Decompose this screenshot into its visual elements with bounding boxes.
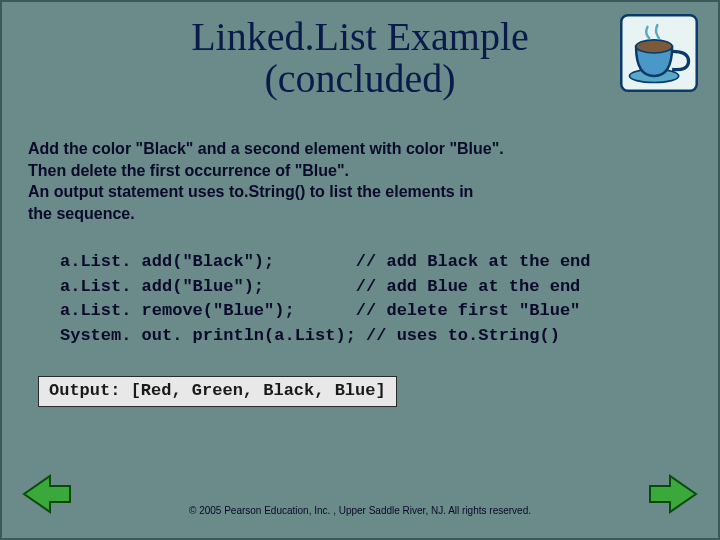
slide-title: Linked.List Example (concluded)	[2, 16, 718, 100]
code-line-4: System. out. println(a.List); // uses to…	[60, 326, 560, 345]
desc-line-2: Then delete the first occurrence of "Blu…	[28, 162, 349, 179]
output-value: [Red, Green, Black, Blue]	[131, 381, 386, 400]
code-block: a.List. add("Black"); // add Black at th…	[60, 250, 591, 349]
svg-point-2	[636, 40, 672, 53]
desc-line-1: Add the color "Black" and a second eleme…	[28, 140, 504, 157]
coffee-cup-icon	[618, 12, 700, 94]
desc-line-4: the sequence.	[28, 205, 135, 222]
copyright-text: © 2005 Pearson Education, Inc. , Upper S…	[2, 505, 718, 516]
desc-line-3: An output statement uses to.String() to …	[28, 183, 473, 200]
code-line-3: a.List. remove("Blue"); // delete first …	[60, 301, 580, 320]
code-line-1: a.List. add("Black"); // add Black at th…	[60, 252, 591, 271]
title-line-2: (concluded)	[264, 56, 455, 101]
title-line-1: Linked.List Example	[191, 14, 529, 59]
description-block: Add the color "Black" and a second eleme…	[28, 138, 692, 224]
code-line-2: a.List. add("Blue"); // add Blue at the …	[60, 277, 580, 296]
slide: Linked.List Example (concluded) Add the …	[0, 0, 720, 540]
output-label: Output:	[49, 381, 120, 400]
output-box: Output: [Red, Green, Black, Blue]	[38, 376, 397, 407]
